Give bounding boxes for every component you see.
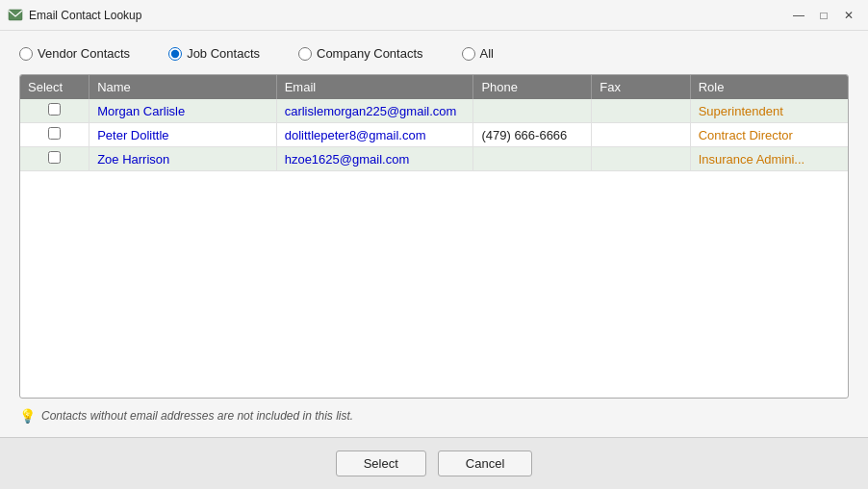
vendor-contacts-label: Vendor Contacts xyxy=(38,46,130,61)
row-role: Contract Director xyxy=(690,123,848,147)
contact-type-radio-group: Vendor Contacts Job Contacts Company Con… xyxy=(19,46,849,61)
row-select-cell xyxy=(20,99,89,123)
row-name[interactable]: Morgan Carlisle xyxy=(89,99,277,123)
row-select-cell xyxy=(20,147,89,171)
name-link[interactable]: Morgan Carlisle xyxy=(97,104,185,118)
header-email: Email xyxy=(276,75,473,99)
table-row: Morgan Carlislecarlislemorgan225@gmail.c… xyxy=(20,99,848,123)
row-role: Superintendent xyxy=(690,99,848,123)
row-checkbox[interactable] xyxy=(48,127,61,140)
name-link[interactable]: Peter Dolittle xyxy=(97,128,168,142)
row-email[interactable]: dolittlepeter8@gmail.com xyxy=(276,123,473,147)
row-name[interactable]: Peter Dolittle xyxy=(89,123,277,147)
company-contacts-radio[interactable]: Company Contacts xyxy=(298,46,423,61)
email-link[interactable]: carlislemorgan225@gmail.com xyxy=(285,104,457,118)
table-header-row: Select Name Email Phone Fax Role xyxy=(20,75,848,99)
header-name: Name xyxy=(89,75,277,99)
row-name[interactable]: Zoe Harrison xyxy=(89,147,277,171)
minimize-button[interactable]: — xyxy=(787,6,810,25)
table-row: Zoe Harrisonhzoe1625@gmail.comInsurance … xyxy=(20,147,848,171)
bulb-icon: 💡 xyxy=(19,408,36,424)
header-fax: Fax xyxy=(592,75,690,99)
row-checkbox[interactable] xyxy=(48,151,61,164)
row-fax xyxy=(592,123,690,147)
all-contacts-radio[interactable]: All xyxy=(462,46,494,61)
email-link[interactable]: hzoe1625@gmail.com xyxy=(285,152,410,167)
footer-note: 💡 Contacts without email addresses are n… xyxy=(19,406,849,425)
vendor-contacts-radio[interactable]: Vendor Contacts xyxy=(19,46,130,61)
window-title: Email Contact Lookup xyxy=(29,9,787,22)
row-phone: (479) 666-6666 xyxy=(473,123,592,147)
cancel-button[interactable]: Cancel xyxy=(438,450,532,476)
email-link[interactable]: dolittlepeter8@gmail.com xyxy=(285,128,426,142)
row-fax xyxy=(592,147,690,171)
title-bar: Email Contact Lookup — □ ✕ xyxy=(0,0,868,31)
select-button[interactable]: Select xyxy=(336,450,426,476)
window-controls: — □ ✕ xyxy=(787,6,860,25)
row-fax xyxy=(592,99,690,123)
row-email[interactable]: carlislemorgan225@gmail.com xyxy=(276,99,473,123)
svg-rect-0 xyxy=(9,10,22,20)
note-text: Contacts without email addresses are not… xyxy=(41,409,353,423)
company-contacts-label: Company Contacts xyxy=(317,46,423,61)
row-email[interactable]: hzoe1625@gmail.com xyxy=(276,147,473,171)
contacts-table-container: Select Name Email Phone Fax Role Morgan … xyxy=(19,74,849,399)
header-select: Select xyxy=(20,75,89,99)
header-role: Role xyxy=(690,75,848,99)
close-button[interactable]: ✕ xyxy=(837,6,860,25)
table-wrapper[interactable]: Select Name Email Phone Fax Role Morgan … xyxy=(20,75,848,398)
row-select-cell xyxy=(20,123,89,147)
header-phone: Phone xyxy=(473,75,592,99)
row-phone xyxy=(473,147,592,171)
job-contacts-label: Job Contacts xyxy=(187,46,260,61)
job-contacts-radio[interactable]: Job Contacts xyxy=(168,46,260,61)
app-icon xyxy=(8,8,23,23)
main-content: Vendor Contacts Job Contacts Company Con… xyxy=(0,31,868,437)
table-row: Peter Dolittledolittlepeter8@gmail.com(4… xyxy=(20,123,848,147)
name-link[interactable]: Zoe Harrison xyxy=(97,152,169,167)
row-role: Insurance Admini... xyxy=(690,147,848,171)
bottom-bar: Select Cancel xyxy=(0,437,868,489)
maximize-button[interactable]: □ xyxy=(812,6,835,25)
contacts-table: Select Name Email Phone Fax Role Morgan … xyxy=(20,75,848,171)
row-checkbox[interactable] xyxy=(48,103,61,116)
all-contacts-label: All xyxy=(480,46,494,61)
row-phone xyxy=(473,99,592,123)
